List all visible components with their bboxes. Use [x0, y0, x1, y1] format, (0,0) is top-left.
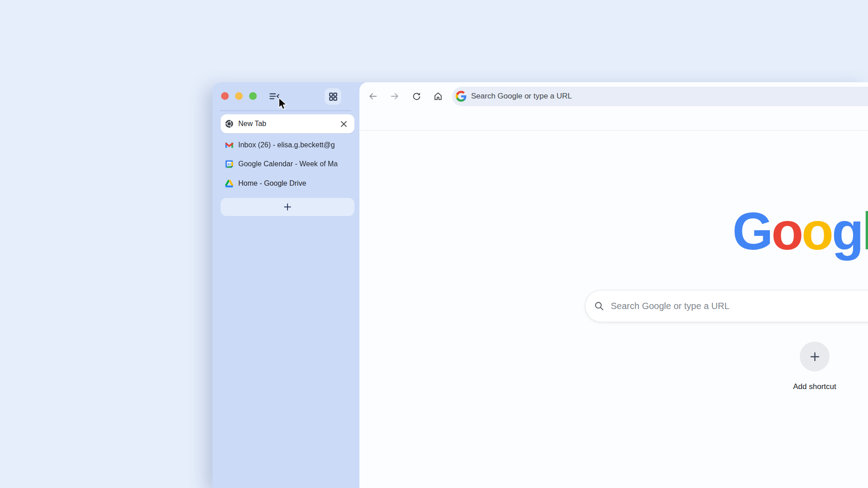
calendar-day-number: 31	[227, 162, 231, 166]
vertical-tab-sidebar: New Tab Inbox (26) - elisa.g.beckett@g	[212, 82, 359, 488]
ntp-search-box[interactable]	[585, 291, 868, 322]
google-logo-letter: o	[802, 202, 832, 261]
tab-title: Inbox (26) - elisa.g.beckett@g	[238, 141, 351, 149]
tab-google-drive[interactable]: Home - Google Drive	[221, 174, 354, 193]
sidebar-divider	[220, 110, 351, 111]
browser-window: New Tab Inbox (26) - elisa.g.beckett@g	[212, 82, 868, 488]
gmail-icon	[225, 141, 234, 150]
tab-new-tab[interactable]: New Tab	[221, 114, 354, 133]
tab-title: Home - Google Drive	[238, 179, 351, 188]
tab-organizer-button[interactable]	[325, 88, 341, 105]
back-button[interactable]	[365, 89, 381, 104]
ntp-search-input[interactable]	[611, 301, 868, 311]
google-logo-letter: G	[732, 202, 771, 261]
forward-button[interactable]	[387, 89, 402, 104]
reload-button[interactable]	[409, 89, 424, 104]
tab-google-calendar[interactable]: 31 Google Calendar - Week of Ma	[221, 154, 354, 174]
google-g-icon	[456, 91, 467, 102]
navigation-toolbar: Search Google or type a URL	[359, 82, 868, 110]
close-icon	[340, 121, 347, 127]
collapse-tab-strip-button[interactable]	[267, 89, 282, 104]
plus-icon	[809, 351, 821, 363]
minimize-window-button[interactable]	[235, 92, 243, 100]
tab-title: Google Calendar - Week of Ma	[238, 160, 351, 168]
home-button[interactable]	[430, 89, 446, 104]
google-drive-icon	[225, 179, 234, 188]
back-arrow-icon	[368, 91, 378, 101]
forward-arrow-icon	[390, 91, 400, 101]
tab-gmail-inbox[interactable]: Inbox (26) - elisa.g.beckett@g	[221, 135, 354, 155]
google-logo-letter: g	[832, 202, 862, 261]
tab-organizer-icon	[328, 92, 338, 102]
google-calendar-icon: 31	[225, 160, 234, 169]
toolbar-area: Search Google or type a URL	[359, 82, 868, 131]
zoom-window-button[interactable]	[249, 92, 257, 100]
window-controls	[221, 92, 257, 100]
collapse-tab-strip-icon	[269, 90, 280, 102]
tab-title: New Tab	[238, 120, 266, 128]
address-bar-placeholder: Search Google or type a URL	[471, 92, 572, 101]
home-icon	[433, 91, 443, 101]
google-logo-letter: o	[771, 202, 802, 261]
google-logo: Google	[732, 205, 868, 258]
close-window-button[interactable]	[221, 92, 229, 100]
browser-content-area: Search Google or type a URL Google Add	[359, 82, 868, 488]
address-bar[interactable]: Search Google or type a URL	[452, 87, 868, 106]
plus-icon	[283, 202, 292, 211]
google-logo-letter: l	[862, 202, 868, 261]
close-tab-button[interactable]	[339, 119, 349, 129]
search-icon	[594, 301, 604, 311]
chrome-icon	[225, 119, 234, 128]
add-shortcut-label: Add shortcut	[774, 382, 855, 391]
reload-icon	[412, 92, 421, 101]
add-shortcut-button[interactable]	[800, 342, 830, 371]
new-tab-button[interactable]	[221, 198, 354, 216]
